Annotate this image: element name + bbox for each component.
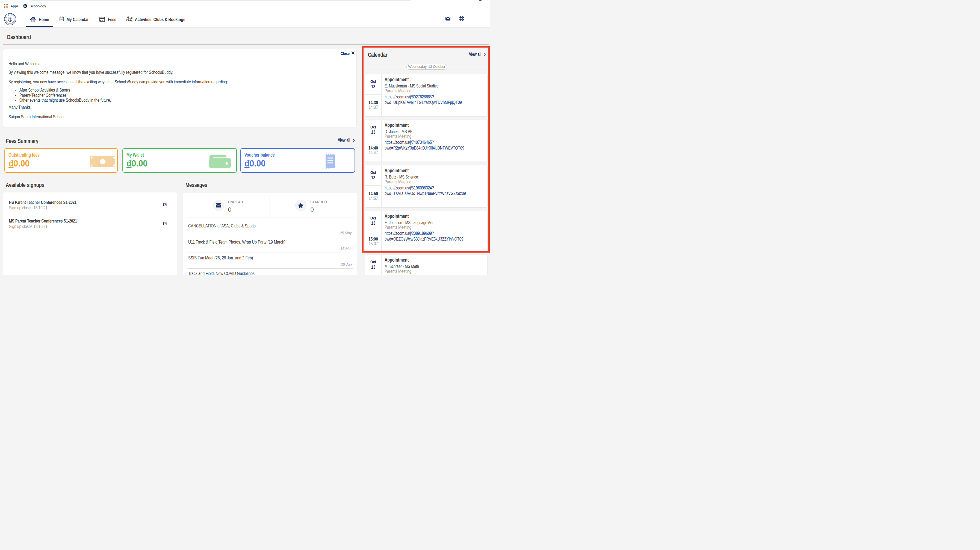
svg-text:S: S bbox=[9, 19, 11, 22]
svg-text:S: S bbox=[24, 4, 26, 7]
